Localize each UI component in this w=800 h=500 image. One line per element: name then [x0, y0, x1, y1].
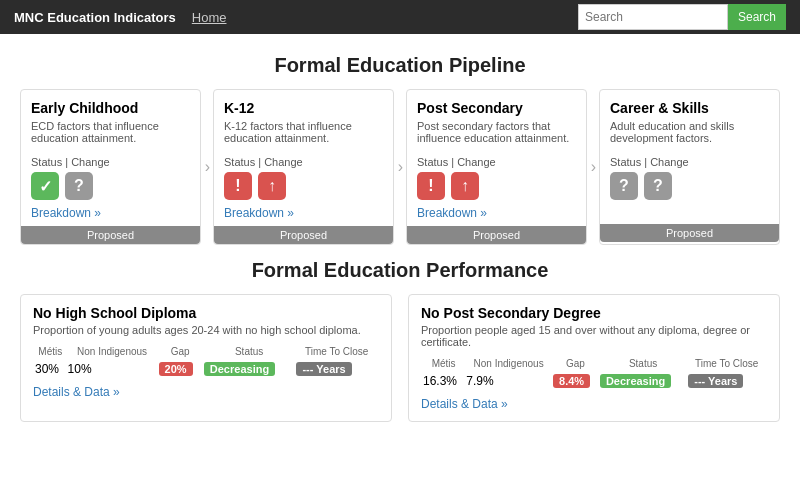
arrow-right-icon: ›: [205, 158, 210, 176]
status-icon: !: [417, 172, 445, 200]
pipeline-card: Post Secondary Post secondary factors th…: [406, 89, 587, 245]
col-header: Status: [204, 346, 295, 359]
breakdown-link[interactable]: Breakdown »: [31, 206, 190, 220]
status-label: Status | Change: [610, 156, 769, 168]
performance-card: No High School Diploma Proportion of you…: [20, 294, 392, 422]
gap-badge: 20%: [159, 362, 193, 376]
gap-value: 8.4%: [553, 373, 598, 389]
details-link[interactable]: Details & Data »: [421, 397, 767, 411]
pipeline-card: Early Childhood ECD factors that influen…: [20, 89, 201, 245]
pipeline-cards-row: Early Childhood ECD factors that influen…: [20, 89, 780, 245]
col-header: Non Indigenous: [68, 346, 157, 359]
perf-table: MétisNon IndigenousGapStatusTime To Clos…: [33, 344, 379, 379]
gap-value: 20%: [159, 361, 202, 377]
perf-title: No Post Secondary Degree: [421, 305, 767, 321]
perf-title: No High School Diploma: [33, 305, 379, 321]
breakdown-link[interactable]: Breakdown »: [417, 206, 576, 220]
card-footer: Proposed: [21, 226, 200, 244]
status-icons: !↑: [224, 172, 383, 200]
status-label: Status | Change: [417, 156, 576, 168]
metis-value: 30%: [35, 361, 66, 377]
status-badge: Decreasing: [600, 374, 671, 388]
status-icon: ↑: [258, 172, 286, 200]
card-footer: Proposed: [600, 224, 779, 242]
perf-desc: Proportion people aged 15 and over witho…: [421, 324, 767, 348]
col-header: Status: [600, 358, 686, 371]
col-header: Time To Close: [688, 358, 765, 371]
status-icons: !↑: [417, 172, 576, 200]
time-value: --- Years: [296, 361, 377, 377]
perf-data-row: 30% 10% 20% Decreasing --- Years: [35, 361, 377, 377]
pipeline-section-title: Formal Education Pipeline: [20, 54, 780, 77]
brand-title: MNC Education Indicators: [14, 10, 176, 25]
card-desc: Adult education and skills development f…: [610, 120, 769, 148]
col-header: Gap: [553, 358, 598, 371]
status-icon: ?: [644, 172, 672, 200]
time-value: --- Years: [688, 373, 765, 389]
performance-cards-row: No High School Diploma Proportion of you…: [20, 294, 780, 422]
status-icon: !: [224, 172, 252, 200]
search-input[interactable]: [578, 4, 728, 30]
breakdown-link[interactable]: Breakdown »: [224, 206, 383, 220]
gap-badge: 8.4%: [553, 374, 590, 388]
status-label: Status | Change: [224, 156, 383, 168]
status-icon: ?: [65, 172, 93, 200]
arrow-right-icon: ›: [591, 158, 596, 176]
perf-table: MétisNon IndigenousGapStatusTime To Clos…: [421, 356, 767, 391]
card-title: Post Secondary: [417, 100, 576, 116]
performance-card: No Post Secondary Degree Proportion peop…: [408, 294, 780, 422]
status-value: Decreasing: [600, 373, 686, 389]
time-badge: --- Years: [688, 374, 743, 388]
pipeline-card: Career & Skills Adult education and skil…: [599, 89, 780, 245]
arrow-right-icon: ›: [398, 158, 403, 176]
status-icons: ??: [610, 172, 769, 200]
main-content: Formal Education Pipeline Early Childhoo…: [0, 34, 800, 500]
status-badge: Decreasing: [204, 362, 275, 376]
navbar: MNC Education Indicators Home Search: [0, 0, 800, 34]
non-indigenous-value: 10%: [68, 361, 157, 377]
card-title: Early Childhood: [31, 100, 190, 116]
status-label: Status | Change: [31, 156, 190, 168]
status-icons: ✓?: [31, 172, 190, 200]
card-title: Career & Skills: [610, 100, 769, 116]
status-icon: ↑: [451, 172, 479, 200]
card-footer: Proposed: [407, 226, 586, 244]
col-header: Métis: [423, 358, 464, 371]
card-footer: Proposed: [214, 226, 393, 244]
metis-value: 16.3%: [423, 373, 464, 389]
search-form: Search: [578, 4, 786, 30]
card-title: K-12: [224, 100, 383, 116]
time-badge: --- Years: [296, 362, 351, 376]
status-value: Decreasing: [204, 361, 295, 377]
col-header: Métis: [35, 346, 66, 359]
search-button[interactable]: Search: [728, 4, 786, 30]
non-indigenous-value: 7.9%: [466, 373, 551, 389]
col-header: Gap: [159, 346, 202, 359]
status-icon: ✓: [31, 172, 59, 200]
card-desc: ECD factors that influence education att…: [31, 120, 190, 148]
card-desc: Post secondary factors that influence ed…: [417, 120, 576, 148]
status-icon: ?: [610, 172, 638, 200]
card-desc: K-12 factors that influence education at…: [224, 120, 383, 148]
col-header: Time To Close: [296, 346, 377, 359]
performance-section-title: Formal Education Performance: [20, 259, 780, 282]
pipeline-card: K-12 K-12 factors that influence educati…: [213, 89, 394, 245]
perf-data-row: 16.3% 7.9% 8.4% Decreasing --- Years: [423, 373, 765, 389]
perf-desc: Proportion of young adults ages 20-24 wi…: [33, 324, 379, 336]
home-link[interactable]: Home: [192, 10, 227, 25]
details-link[interactable]: Details & Data »: [33, 385, 379, 399]
col-header: Non Indigenous: [466, 358, 551, 371]
